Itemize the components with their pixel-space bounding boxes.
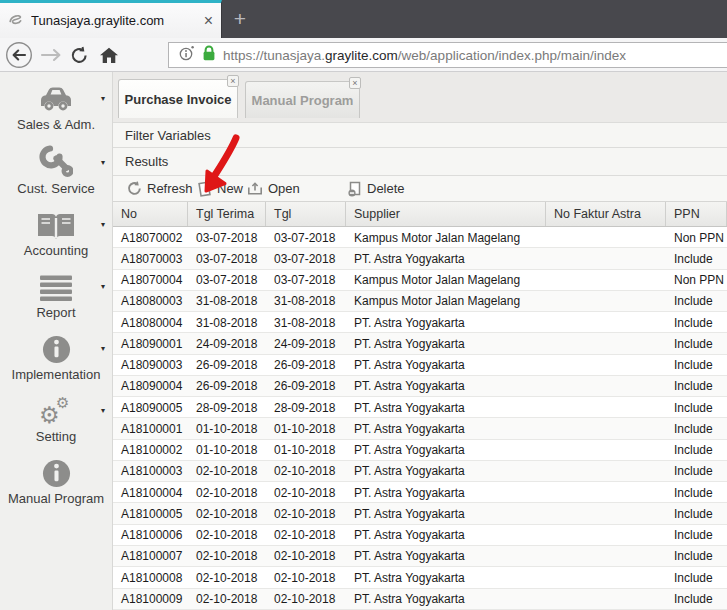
table-row[interactable]: A1808000431-08-201831-08-2018PT. Astra Y…: [113, 312, 727, 333]
table-row[interactable]: A1807000203-07-201803-07-2018Kampus Moto…: [113, 227, 727, 248]
sidebar-item-report[interactable]: ▾Report: [0, 268, 112, 330]
close-tab-icon[interactable]: ×: [204, 13, 213, 29]
table-row[interactable]: A1807000403-07-201803-07-2018Kampus Moto…: [113, 270, 727, 291]
cell-supplier: PT. Astra Yogyakarta: [346, 589, 546, 609]
cell-ppn: Include: [666, 525, 727, 545]
table-row[interactable]: A1809000124-09-201824-09-2018PT. Astra Y…: [113, 333, 727, 354]
cell-tgl-terima: 01-10-2018: [188, 418, 266, 438]
table-row[interactable]: A1810000802-10-201802-10-2018PT. Astra Y…: [113, 567, 727, 588]
cell-ppn: Include: [666, 312, 727, 332]
cell-ppn: Include: [666, 482, 727, 502]
cell-no: A18080003: [113, 291, 188, 311]
refresh-icon: [127, 181, 142, 196]
browser-tab-title: Tunasjaya.graylite.com: [31, 13, 198, 28]
page-info-icon[interactable]: [178, 45, 195, 65]
cell-tgl-terima: 03-07-2018: [188, 227, 266, 247]
column-header-no[interactable]: No: [113, 202, 188, 226]
refresh-button[interactable]: Refresh: [123, 176, 197, 201]
tab-manual-program[interactable]: Manual Program ×: [245, 81, 360, 118]
browser-navbar: https://tunasjaya.graylite.com/web/appli…: [0, 38, 727, 72]
cell-no-faktur-astra: [546, 461, 666, 481]
new-tab-button[interactable]: +: [226, 5, 254, 33]
sidebar-item-sales-adm[interactable]: ▾Sales & Adm.: [0, 80, 112, 144]
cell-no: A18070004: [113, 270, 188, 290]
table-row[interactable]: A1810000902-10-201802-10-2018PT. Astra Y…: [113, 589, 727, 610]
table-row[interactable]: A1809000426-09-201826-09-2018PT. Astra Y…: [113, 376, 727, 397]
sidebar-item-accounting[interactable]: ▾Accounting: [0, 206, 112, 268]
delete-button[interactable]: Delete: [343, 176, 409, 201]
results-label: Results: [125, 154, 168, 169]
table-row[interactable]: A1810000302-10-201802-10-2018PT. Astra Y…: [113, 461, 727, 482]
cell-no-faktur-astra: [546, 546, 666, 566]
open-button[interactable]: Open: [243, 176, 304, 201]
cell-ppn: Include: [666, 291, 727, 311]
filter-variables-header[interactable]: Filter Variables: [113, 122, 727, 148]
cell-ppn: Include: [666, 589, 727, 609]
sidebar-item-implementation[interactable]: ▾Implementation: [0, 330, 112, 392]
table-row[interactable]: A1808000331-08-201831-08-2018Kampus Moto…: [113, 291, 727, 312]
table-row[interactable]: A1810000502-10-201802-10-2018PT. Astra Y…: [113, 503, 727, 524]
back-button[interactable]: [4, 40, 34, 70]
cell-tgl-terima: 24-09-2018: [188, 333, 266, 353]
table-row[interactable]: A1809000326-09-201826-09-2018PT. Astra Y…: [113, 355, 727, 376]
column-header-supplier[interactable]: Supplier: [346, 202, 546, 226]
column-header-tgl-terima[interactable]: Tgl Terima: [188, 202, 266, 226]
cell-tgl-terima: 31-08-2018: [188, 291, 266, 311]
cell-tgl: 03-07-2018: [266, 227, 346, 247]
table-row[interactable]: A1810000602-10-201802-10-2018PT. Astra Y…: [113, 525, 727, 546]
secure-lock-icon[interactable]: [202, 45, 216, 65]
address-bar[interactable]: https://tunasjaya.graylite.com/web/appli…: [168, 42, 727, 68]
close-icon[interactable]: ×: [349, 77, 361, 89]
table-row[interactable]: A1810000201-10-201801-10-2018PT. Astra Y…: [113, 440, 727, 461]
sidebar-item-label: Manual Program: [0, 491, 112, 506]
cell-no: A18070003: [113, 248, 188, 268]
sidebar-item-cust-service[interactable]: ▾Cust. Service: [0, 144, 112, 206]
table-row[interactable]: A1810000702-10-201802-10-2018PT. Astra Y…: [113, 546, 727, 567]
sidebar-item-setting[interactable]: ⚙⚙▾Setting: [0, 392, 112, 454]
close-icon[interactable]: ×: [227, 75, 239, 87]
cell-supplier: PT. Astra Yogyakarta: [346, 376, 546, 396]
new-page-icon: [197, 181, 212, 197]
cell-ppn: Include: [666, 355, 727, 375]
cell-supplier: PT. Astra Yogyakarta: [346, 567, 546, 587]
info-icon: [0, 330, 112, 364]
reload-button[interactable]: [64, 40, 94, 70]
cell-tgl: 01-10-2018: [266, 418, 346, 438]
cell-no-faktur-astra: [546, 227, 666, 247]
button-label: Delete: [367, 181, 405, 196]
cell-no: A18100008: [113, 567, 188, 587]
cell-no-faktur-astra: [546, 248, 666, 268]
cell-supplier: PT. Astra Yogyakarta: [346, 482, 546, 502]
table-row[interactable]: A1810000101-10-201801-10-2018PT. Astra Y…: [113, 418, 727, 439]
app-sidebar: ▾Sales & Adm.▾Cust. Service▾Accounting▾R…: [0, 72, 113, 610]
button-label: New: [217, 181, 243, 196]
browser-tab-active[interactable]: Tunasjaya.graylite.com ×: [0, 0, 222, 38]
column-header-no-faktur-astra[interactable]: No Faktur Astra: [546, 202, 666, 226]
tab-purchase-invoice[interactable]: Purchase Invoice ×: [118, 79, 238, 118]
submenu-caret-icon: ▾: [101, 158, 105, 167]
home-button[interactable]: [94, 40, 124, 70]
sidebar-item-label: Setting: [0, 429, 112, 444]
cell-tgl: 26-09-2018: [266, 355, 346, 375]
cell-ppn: Include: [666, 418, 727, 438]
forward-button[interactable]: [36, 40, 66, 70]
cell-ppn: Include: [666, 376, 727, 396]
results-header[interactable]: Results: [113, 148, 727, 176]
table-row[interactable]: A1810000402-10-201802-10-2018PT. Astra Y…: [113, 482, 727, 503]
cell-no-faktur-astra: [546, 333, 666, 353]
new-button[interactable]: New: [193, 176, 247, 201]
cell-tgl-terima: 02-10-2018: [188, 525, 266, 545]
column-header-tgl[interactable]: Tgl: [266, 202, 346, 226]
cell-supplier: Kampus Motor Jalan Magelang: [346, 270, 546, 290]
results-table-body: A1807000203-07-201803-07-2018Kampus Moto…: [113, 227, 727, 610]
cell-tgl: 02-10-2018: [266, 482, 346, 502]
sidebar-item-label: Sales & Adm.: [0, 117, 112, 132]
results-toolbar: RefreshNewOpenDelete: [113, 176, 727, 202]
cell-tgl-terima: 31-08-2018: [188, 312, 266, 332]
column-header-ppn[interactable]: PPN: [666, 202, 727, 226]
sidebar-item-manual-program[interactable]: Manual Program: [0, 454, 112, 516]
table-row[interactable]: A1807000303-07-201803-07-2018PT. Astra Y…: [113, 248, 727, 269]
table-row[interactable]: A1809000528-09-201828-09-2018PT. Astra Y…: [113, 397, 727, 418]
cell-no: A18100007: [113, 546, 188, 566]
cell-no: A18090004: [113, 376, 188, 396]
